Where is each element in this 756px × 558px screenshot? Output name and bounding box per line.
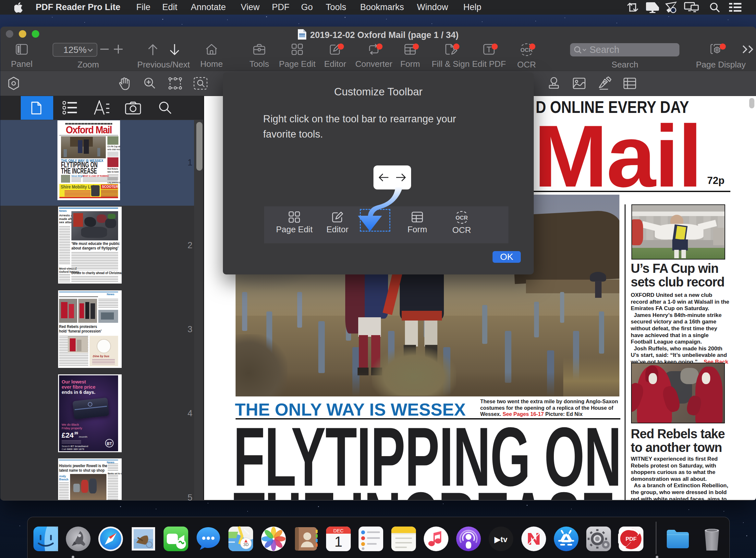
svg-text:PDF: PDF	[626, 536, 637, 542]
svg-text:DEC: DEC	[333, 528, 344, 533]
svg-text:OCR: OCR	[456, 215, 468, 221]
svg-text:▶tv: ▶tv	[494, 535, 507, 544]
svg-text:1: 1	[334, 534, 342, 550]
svg-text:3D: 3D	[243, 542, 249, 547]
